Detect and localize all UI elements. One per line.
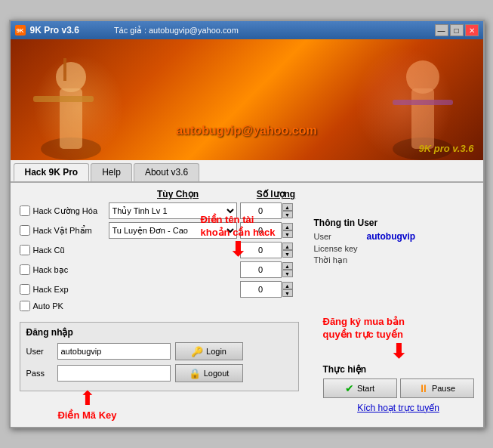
arrow-up-icon: ⬆: [79, 388, 96, 408]
execute-section: Thực hiện ✔ Start ⏸ Pause Kích hoạt trực…: [323, 364, 474, 413]
tuy-chon-header: Tùy Chọn: [110, 189, 246, 199]
arrow-down-icon: ⬇: [201, 239, 276, 259]
label-cu: Hack Cũ: [33, 246, 109, 255]
logout-button[interactable]: 🔒 Logout: [175, 364, 243, 382]
start-button[interactable]: ✔ Start: [323, 378, 397, 398]
app-icon: 9K: [15, 25, 26, 36]
num-exp[interactable]: [240, 281, 282, 298]
checkbox-exp[interactable]: [20, 284, 30, 295]
pause-button[interactable]: ⏸ Pause: [400, 378, 474, 398]
tab-hack-9k-pro[interactable]: Hack 9K Pro: [14, 163, 90, 181]
bottom-section: Đăng nhập User 🔑 Login Pass 🔒: [20, 316, 474, 421]
info-panel: Thông tin User User autobugvip License k…: [314, 218, 454, 267]
banner: autobugvip@yahoo.com 9K pro v.3.6: [11, 39, 483, 160]
checkbox-bac[interactable]: [20, 264, 30, 275]
author-text: Tác giả : autobugvip@yahoo.com: [114, 26, 239, 36]
maximize-button[interactable]: □: [450, 24, 464, 36]
spin-up-vat-pham[interactable]: ▲: [282, 223, 293, 230]
svg-rect-3: [33, 96, 94, 102]
info-license-row: License key: [314, 244, 454, 253]
spin-down-cu[interactable]: ▼: [282, 250, 293, 258]
spin-down-exp[interactable]: ▼: [282, 289, 293, 297]
spin-bac: ▲ ▼: [282, 262, 293, 277]
banner-version: 9K pro v.3.6: [419, 143, 474, 154]
left-bottom: Đăng nhập User 🔑 Login Pass 🔒: [20, 316, 314, 421]
annotation-fill-account: Điền tên tài khoản cần hack ⬇: [201, 214, 276, 259]
svg-point-7: [406, 60, 439, 94]
window-controls: — □ ✕: [435, 24, 479, 36]
login-pass-row: Pass 🔒 Logout: [26, 364, 292, 382]
checkbox-auto-pk[interactable]: [20, 301, 30, 311]
spin-cuong-hoa: ▲ ▼: [282, 203, 293, 218]
tabs-bar: Hack 9K Pro Help About v3.6: [11, 160, 483, 183]
start-icon: ✔: [345, 382, 354, 394]
execute-buttons-row: ✔ Start ⏸ Pause: [323, 378, 474, 398]
title-bar-left: 9K 9K Pro v3.6 Tác giả : autobugvip@yaho…: [15, 25, 239, 36]
tab-about[interactable]: About v3.6: [134, 163, 199, 181]
annotation-fill-key-area: ⬆ Điền Mã Key: [20, 391, 156, 421]
spin-vat-pham: ▲ ▼: [282, 223, 293, 238]
label-vat-pham: Hack Vật Phẩm: [33, 226, 109, 236]
hack-row-auto-pk: Auto PK: [20, 301, 474, 311]
label-cuong-hoa: Hack Cường Hóa: [33, 206, 109, 216]
annotation-fill-key: Điền Mã Key: [57, 409, 116, 421]
user-label: User: [26, 347, 53, 356]
spin-exp: ▲ ▼: [282, 282, 293, 297]
login-section: Đăng nhập User 🔑 Login Pass 🔒: [20, 322, 299, 391]
tab-help[interactable]: Help: [91, 163, 132, 181]
hack-row-exp: Hack Exp ▲ ▼: [20, 281, 474, 298]
info-user-row: User autobugvip: [314, 231, 454, 242]
svg-point-2: [56, 62, 86, 92]
spin-up-cu[interactable]: ▲: [282, 243, 293, 250]
svg-rect-8: [393, 100, 453, 105]
info-user-label: User: [314, 232, 367, 241]
spin-down-cuong-hoa[interactable]: ▼: [282, 211, 293, 218]
pass-input[interactable]: [57, 365, 171, 382]
spin-up-exp[interactable]: ▲: [282, 282, 293, 289]
spin-down-vat-pham[interactable]: ▼: [282, 230, 293, 238]
svg-rect-6: [411, 88, 434, 149]
main-window: 9K 9K Pro v3.6 Tác giả : autobugvip@yaho…: [9, 20, 485, 428]
spin-up-bac[interactable]: ▲: [282, 262, 293, 270]
info-expiry-row: Thời hạn: [314, 255, 454, 265]
label-exp: Hack Exp: [33, 285, 109, 294]
logout-icon: 🔒: [189, 368, 201, 379]
arrow-down-register-icon: ⬇: [323, 341, 474, 361]
spin-cu: ▲ ▼: [282, 243, 293, 258]
login-user-row: User 🔑 Login: [26, 342, 292, 360]
login-title: Đăng nhập: [26, 327, 292, 338]
label-auto-pk: Auto PK: [33, 301, 109, 311]
user-input[interactable]: [57, 343, 171, 360]
so-luong-header: Số lượng: [246, 189, 307, 199]
options-header: Tùy Chọn Số lượng: [110, 189, 474, 199]
checkbox-vat-pham[interactable]: [20, 225, 30, 236]
label-bac: Hack bạc: [33, 265, 109, 275]
title-bar: 9K 9K Pro v3.6 Tác giả : autobugvip@yaho…: [11, 21, 483, 39]
checkbox-cuong-hoa[interactable]: [20, 205, 30, 216]
warrior-right-svg: [370, 39, 476, 160]
main-content: Tùy Chọn Số lượng Điền tên tài khoản cần…: [11, 183, 483, 427]
execute-title: Thực hiện: [323, 364, 474, 375]
pass-label: Pass: [26, 369, 53, 378]
spin-up-cuong-hoa[interactable]: ▲: [282, 203, 293, 211]
banner-email: autobugvip@yahoo.com: [176, 124, 316, 137]
login-button[interactable]: 🔑 Login: [175, 342, 243, 360]
checkbox-cu[interactable]: [20, 245, 30, 255]
right-bottom: Thông tin User User autobugvip License k…: [314, 316, 474, 421]
activate-link[interactable]: Kích hoạt trực tuyến: [323, 403, 474, 413]
info-title: Thông tin User: [314, 218, 454, 228]
annotation-register: Đăng ký mua bản quyền trực tuyến ⬇: [323, 316, 474, 361]
warrior-left-svg: [18, 43, 124, 160]
spin-down-bac[interactable]: ▼: [282, 270, 293, 277]
info-license-label: License key: [314, 244, 367, 253]
login-icon: 🔑: [191, 346, 203, 357]
info-user-value: autobugvip: [367, 231, 416, 242]
pause-icon: ⏸: [418, 382, 429, 394]
svg-rect-4: [63, 58, 66, 81]
num-bac[interactable]: [240, 261, 282, 278]
close-button[interactable]: ✕: [465, 24, 479, 36]
info-expiry-label: Thời hạn: [314, 255, 367, 265]
minimize-button[interactable]: —: [435, 24, 448, 36]
window-title: 9K Pro v3.6: [30, 25, 79, 36]
